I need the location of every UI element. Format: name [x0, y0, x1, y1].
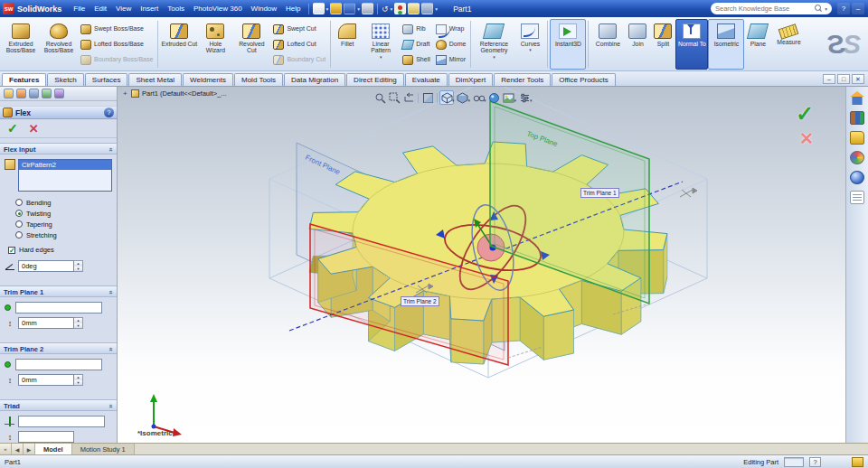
revolved-boss-button[interactable]: Revolved Boss/Base: [40, 19, 78, 70]
open-icon[interactable]: [330, 3, 342, 14]
new-document-icon[interactable]: [313, 3, 325, 14]
trim-plane-2-header[interactable]: Trim Plane 2 »: [0, 342, 117, 354]
spin-down-icon[interactable]: ▼: [74, 380, 82, 386]
view-orientation-dropdown-icon[interactable]: ▾: [452, 98, 455, 103]
previous-view-icon[interactable]: [401, 90, 416, 105]
knowledge-base-search[interactable]: ▾: [711, 3, 832, 14]
menu-item[interactable]: Window: [247, 0, 281, 17]
trim-plane-1-tag[interactable]: Trim Plane 1: [580, 188, 619, 198]
collapse-chevron-icon[interactable]: »: [107, 404, 115, 407]
rebuild-icon[interactable]: [394, 3, 406, 14]
spin-down-icon[interactable]: ▼: [74, 323, 82, 329]
collapse-chevron-icon[interactable]: »: [107, 147, 115, 151]
stretching-radio-icon[interactable]: [15, 231, 23, 239]
hole-wizard-button[interactable]: Hole Wizard: [198, 19, 232, 70]
trim1-distance-input[interactable]: [18, 317, 74, 329]
pm-cancel-icon[interactable]: ✕: [29, 123, 39, 135]
command-tab[interactable]: Surfaces: [85, 73, 128, 86]
hard-edges-row[interactable]: ✓ Hard edges: [8, 246, 112, 254]
swept-boss-button[interactable]: Swept Boss/Base: [78, 22, 156, 37]
display-style-dropdown-icon[interactable]: ▾: [468, 98, 471, 103]
collapse-ribbon-button[interactable]: ‒: [852, 3, 864, 14]
save-dropdown-icon[interactable]: ▾: [357, 6, 360, 12]
display-manager-tab-icon[interactable]: [54, 89, 64, 98]
curves-button[interactable]: Curves ▾: [514, 19, 545, 70]
tab-scroll-first-icon[interactable]: «: [0, 444, 12, 454]
view-palette-icon[interactable]: [850, 151, 864, 164]
rib-button[interactable]: Rib: [400, 22, 433, 37]
trim-plane-1-header[interactable]: Trim Plane 1 »: [0, 285, 117, 297]
split-button[interactable]: Split: [650, 19, 675, 70]
edit-appearance-icon[interactable]: [487, 90, 502, 105]
extruded-cut-button[interactable]: Extruded Cut: [160, 19, 198, 70]
curves-dropdown-icon[interactable]: ▾: [529, 47, 532, 52]
angle-spinner[interactable]: ▲ ▼: [74, 260, 83, 272]
combine-button[interactable]: Combine: [590, 19, 625, 70]
trim-plane-2-tag[interactable]: Trim Plane 2: [401, 296, 439, 306]
dimxpert-manager-tab-icon[interactable]: [42, 89, 52, 98]
print-icon[interactable]: [362, 3, 373, 14]
normal-to-button[interactable]: Normal To: [675, 19, 708, 70]
doc-close-button[interactable]: ✕: [852, 74, 864, 84]
confirm-ok-icon[interactable]: ✓: [796, 103, 814, 125]
radio-tapering[interactable]: Tapering: [15, 219, 112, 229]
linear-pattern-dropdown-icon[interactable]: ▾: [380, 54, 382, 60]
pm-ok-icon[interactable]: ✓: [7, 122, 18, 135]
menu-item[interactable]: Edit: [90, 0, 111, 17]
design-library-icon[interactable]: [850, 111, 864, 125]
spin-down-icon[interactable]: ▼: [74, 267, 82, 272]
tab-scroll-next-icon[interactable]: ▶: [24, 444, 35, 454]
extruded-boss-button[interactable]: Extruded Boss/Base: [2, 19, 40, 70]
expand-tree-icon[interactable]: +: [123, 89, 129, 98]
command-tab[interactable]: Mold Tools: [234, 73, 283, 86]
swept-cut-button[interactable]: Swept Cut: [270, 22, 328, 37]
menu-item[interactable]: Insert: [136, 0, 163, 17]
radio-twisting[interactable]: Twisting: [15, 208, 112, 219]
pm-help-icon[interactable]: ?: [104, 108, 114, 117]
command-tab[interactable]: Evaluate: [405, 73, 448, 86]
instant3d-button[interactable]: Instant3D: [550, 19, 586, 70]
study-tab[interactable]: Model: [35, 444, 72, 454]
feature-manager-tab-icon[interactable]: [4, 89, 14, 98]
triad-header[interactable]: Triad »: [0, 399, 117, 411]
help-button[interactable]: ?: [837, 3, 850, 14]
menu-item[interactable]: View: [111, 0, 136, 17]
join-button[interactable]: Join: [625, 19, 650, 70]
tab-scroll-prev-icon[interactable]: ◀: [12, 444, 24, 454]
radio-stretching[interactable]: Stretching: [15, 229, 112, 240]
triad-reference-input[interactable]: [18, 416, 105, 427]
hard-edges-checkbox[interactable]: ✓: [8, 247, 15, 254]
apply-scene-dropdown-icon[interactable]: ▾: [514, 98, 517, 103]
status-help-icon[interactable]: ?: [809, 457, 821, 467]
tapering-radio-icon[interactable]: [15, 220, 23, 228]
draft-button[interactable]: Draft: [400, 37, 433, 52]
trim1-reference-input[interactable]: [15, 302, 102, 314]
command-tab[interactable]: Render Tools: [494, 73, 551, 86]
menu-item[interactable]: PhotoView 360: [189, 0, 247, 17]
trim1-drag-handle-icon[interactable]: [680, 188, 697, 197]
undo-dropdown-icon[interactable]: ▾: [391, 6, 393, 12]
graphics-area[interactable]: Front Plane: [118, 87, 845, 443]
selected-body-item[interactable]: CirPattern2: [19, 160, 111, 170]
flyout-feature-tree[interactable]: + Part1 (Default<<Default>_...: [123, 89, 227, 98]
menu-item[interactable]: Help: [281, 0, 305, 17]
dome-button[interactable]: Dome: [433, 37, 469, 52]
file-properties-icon[interactable]: [408, 3, 420, 14]
command-tab[interactable]: Sheet Metal: [128, 73, 182, 86]
bodies-selection-list[interactable]: CirPattern2: [18, 159, 112, 192]
triad-distance-input[interactable]: [18, 431, 74, 443]
plane-button[interactable]: Plane: [744, 19, 771, 70]
study-tab[interactable]: Motion Study 1: [72, 444, 135, 454]
new-dropdown-icon[interactable]: ▾: [326, 6, 329, 12]
boundary-cut-button[interactable]: Boundary Cut: [270, 52, 328, 68]
search-dropdown-icon[interactable]: ▾: [825, 6, 827, 12]
isometric-button[interactable]: Isometric: [708, 19, 744, 70]
shell-button[interactable]: Shell: [400, 52, 433, 68]
options-icon[interactable]: [421, 3, 433, 14]
command-tab[interactable]: Weldments: [183, 73, 233, 86]
trim2-distance-input[interactable]: [18, 374, 74, 386]
quick-tips-icon[interactable]: [852, 457, 863, 467]
menu-item[interactable]: File: [69, 0, 90, 17]
command-tab[interactable]: Office Products: [552, 73, 616, 86]
search-icon[interactable]: [815, 5, 823, 13]
